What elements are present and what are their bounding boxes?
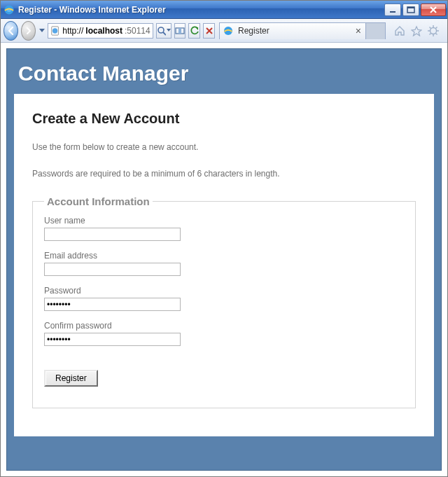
svg-point-5 bbox=[52, 28, 57, 33]
forward-button[interactable] bbox=[21, 21, 36, 41]
tools-icon[interactable] bbox=[428, 25, 439, 36]
page-heading: Create a New Account bbox=[32, 111, 416, 127]
maximize-button[interactable] bbox=[402, 4, 419, 16]
minimize-button[interactable] bbox=[384, 4, 401, 16]
page-frame: Contact Manager Create a New Account Use… bbox=[6, 48, 442, 471]
svg-line-17 bbox=[435, 33, 437, 34]
page-icon bbox=[50, 26, 60, 36]
username-input[interactable] bbox=[44, 228, 181, 241]
email-input[interactable] bbox=[44, 263, 181, 276]
search-button[interactable] bbox=[156, 23, 172, 39]
register-button[interactable]: Register bbox=[44, 370, 98, 387]
ie-logo-icon bbox=[4, 4, 15, 15]
window-title: Register - Windows Internet Explorer bbox=[18, 5, 166, 15]
site-brand: Contact Manager bbox=[14, 56, 434, 94]
confirm-password-input[interactable] bbox=[44, 333, 181, 346]
browser-viewport: Contact Manager Create a New Account Use… bbox=[1, 43, 447, 476]
intro-text-1: Use the form below to create a new accou… bbox=[32, 142, 416, 152]
svg-point-6 bbox=[158, 27, 164, 33]
fieldset-legend: Account Information bbox=[44, 195, 153, 207]
svg-rect-3 bbox=[407, 7, 414, 8]
password-input[interactable] bbox=[44, 298, 181, 311]
svg-rect-9 bbox=[178, 28, 181, 34]
refresh-button[interactable] bbox=[188, 23, 200, 39]
confirm-password-label: Confirm password bbox=[44, 321, 404, 331]
svg-line-7 bbox=[163, 32, 166, 35]
stop-button[interactable] bbox=[203, 23, 215, 39]
home-icon[interactable] bbox=[394, 25, 405, 36]
account-info-fieldset: Account Information User name Email addr… bbox=[32, 195, 416, 408]
svg-point-11 bbox=[430, 27, 436, 34]
browser-tab[interactable]: Register × bbox=[219, 22, 366, 39]
username-label: User name bbox=[44, 216, 404, 226]
close-button[interactable] bbox=[421, 4, 446, 16]
email-label: Email address bbox=[44, 251, 404, 261]
address-bar[interactable]: http://localhost:50114 bbox=[48, 23, 153, 39]
favorites-icon[interactable] bbox=[411, 25, 422, 36]
svg-line-18 bbox=[435, 27, 437, 28]
browser-navbar: http://localhost:50114 Register × bbox=[1, 19, 447, 43]
nav-history-dropdown[interactable] bbox=[38, 22, 45, 39]
svg-line-16 bbox=[429, 27, 430, 28]
svg-rect-2 bbox=[407, 7, 414, 13]
address-port: :50114 bbox=[125, 26, 150, 36]
back-button[interactable] bbox=[4, 21, 18, 41]
compat-view-button[interactable] bbox=[174, 23, 186, 39]
address-host: localhost bbox=[85, 26, 122, 36]
content-card: Create a New Account Use the form below … bbox=[14, 94, 434, 436]
new-tab-button[interactable] bbox=[366, 22, 386, 39]
tab-close-icon[interactable]: × bbox=[356, 25, 361, 36]
svg-rect-1 bbox=[390, 11, 396, 13]
tab-label: Register bbox=[238, 26, 270, 36]
address-scheme: http:// bbox=[62, 26, 83, 36]
svg-line-19 bbox=[429, 33, 430, 34]
password-label: Password bbox=[44, 286, 404, 296]
ie-tab-icon bbox=[223, 25, 234, 36]
window-titlebar: Register - Windows Internet Explorer bbox=[1, 1, 447, 19]
intro-text-2: Passwords are required to be a minimum o… bbox=[32, 169, 416, 179]
